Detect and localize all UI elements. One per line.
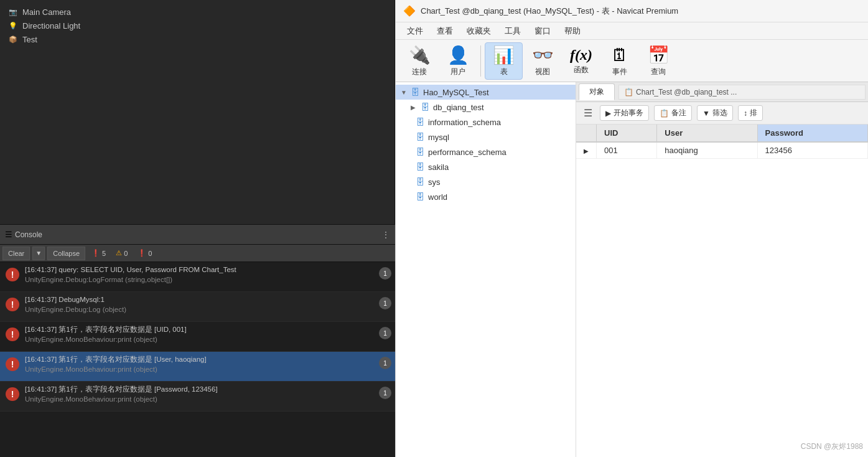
transaction-icon: ▶ — [605, 109, 611, 118]
function-label: 函数 — [574, 65, 589, 75]
hierarchy-item-light[interactable]: 💡 Directional Light — [0, 19, 394, 32]
navicat-sidebar: ▼ 🗄 Hao_MySQL_Test ▶ 🗄 db_qiang_test 🗄 i… — [396, 82, 576, 457]
db-icon-mysql: 🗄 — [416, 132, 424, 142]
tool-connect[interactable]: 🔌 连接 — [401, 42, 438, 80]
object-toolbar: ☰ ▶ 开始事务 📋 备注 ▼ 筛选 ↕ 排 — [576, 102, 868, 125]
event-icon: 🗓 — [611, 45, 628, 65]
msg-line2-3: UnityEngine.MonoBehaviour:print (object) — [25, 364, 379, 374]
msg-line1-2: [16:41:37] 第1行，表字段名对应数据是 [UID, 001] — [25, 324, 379, 334]
navicat-toolbar: 🔌 连接 👤 用户 📊 表 👓 视图 f(x) 函数 🗓 事件 📅 — [396, 40, 868, 82]
clear-button[interactable]: Clear — [2, 247, 30, 260]
start-transaction-button[interactable]: ▶ 开始事务 — [600, 105, 649, 121]
transaction-label: 开始事务 — [614, 108, 643, 118]
tool-event[interactable]: 🗓 事件 — [601, 42, 638, 80]
msg-count-2: 1 — [379, 327, 391, 339]
col-user-header[interactable]: User — [657, 125, 757, 142]
console-msg-3[interactable]: ! [16:41:37] 第1行，表字段名对应数据是 [User, haoqia… — [0, 352, 395, 382]
tree-item-mysql[interactable]: 🗄 mysql — [396, 130, 576, 144]
console-msg-2[interactable]: ! [16:41:37] 第1行，表字段名对应数据是 [UID, 001] Un… — [0, 322, 395, 352]
tree-item-world[interactable]: 🗄 world — [396, 189, 576, 204]
cell-user[interactable]: haoqiang — [657, 142, 757, 159]
hierarchy-item-camera-label: Main Camera — [22, 7, 71, 17]
msg-count-1: 1 — [379, 297, 391, 309]
console-title: Console — [15, 230, 42, 239]
camera-icon: 📷 — [7, 6, 19, 17]
hierarchy-item-test[interactable]: 📦 Test — [0, 32, 394, 46]
menu-tools[interactable]: 工具 — [498, 24, 527, 38]
tree-arrow-dbqiang: ▶ — [411, 104, 421, 111]
warning-icon: ⚠ — [116, 249, 122, 257]
backup-label: 备注 — [671, 108, 686, 118]
tool-table[interactable]: 📊 表 — [485, 42, 523, 80]
msg-error-icon-0: ! — [4, 266, 21, 283]
menu-view[interactable]: 查看 — [431, 24, 459, 38]
tree-label-infoschema: information_schema — [428, 118, 501, 127]
row-indicator-icon: ▶ — [584, 148, 589, 154]
tree-label-perfschema: performance_schema — [428, 148, 506, 157]
filter-icon: ▼ — [702, 109, 710, 118]
db-icon-sakila: 🗄 — [416, 162, 424, 172]
unity-hierarchy: 📷 Main Camera 💡 Directional Light 📦 Test — [0, 0, 395, 224]
cell-uid[interactable]: 001 — [597, 142, 657, 159]
navicat-menubar: 文件 查看 收藏夹 工具 窗口 帮助 — [396, 22, 868, 40]
msg-line2-1: UnityEngine.Debug:Log (object) — [25, 304, 379, 314]
tree-item-perf-schema[interactable]: 🗄 performance_schema — [396, 144, 576, 159]
tree-item-hao-mysql[interactable]: ▼ 🗄 Hao_MySQL_Test — [396, 85, 576, 100]
console-msg-0[interactable]: ! [16:41:37] query: SELECT UID, User, Pa… — [0, 262, 395, 292]
db-icon-sys: 🗄 — [416, 177, 424, 187]
cell-password[interactable]: 123456 — [757, 142, 867, 159]
filter-label: 筛选 — [712, 108, 727, 118]
tool-view[interactable]: 👓 视图 — [524, 42, 561, 80]
col-password-header[interactable]: Password — [757, 125, 867, 142]
tree-item-db-qiang[interactable]: ▶ 🗄 db_qiang_test — [396, 100, 576, 115]
tree-item-sakila[interactable]: 🗄 sakila — [396, 159, 576, 174]
tool-user[interactable]: 👤 用户 — [439, 42, 477, 80]
hamburger-icon[interactable]: ☰ — [581, 106, 595, 120]
backup-button[interactable]: 📋 备注 — [654, 105, 692, 121]
console-msg-4[interactable]: ! [16:41:37] 第1行，表字段名对应数据是 [Password, 12… — [0, 382, 395, 412]
menu-file[interactable]: 文件 — [401, 24, 429, 38]
filter-button[interactable]: ▼ 筛选 — [697, 105, 733, 121]
clear-dropdown-button[interactable]: ▼ — [32, 247, 45, 260]
tree-label-hao: Hao_MySQL_Test — [423, 88, 489, 97]
menu-help[interactable]: 帮助 — [558, 24, 587, 38]
info-count: 0 — [148, 250, 152, 257]
hierarchy-item-camera[interactable]: 📷 Main Camera — [0, 5, 394, 19]
table-row[interactable]: ▶ 001 haoqiang 123456 — [576, 142, 868, 159]
warning-count-badge: ⚠ 0 — [112, 249, 131, 257]
user-icon: 👤 — [447, 45, 469, 65]
warning-count: 0 — [124, 250, 128, 257]
tree-arrow-hao: ▼ — [401, 89, 411, 96]
msg-error-icon-2: ! — [4, 326, 21, 343]
watermark-text: CSDN @灰烬1988 — [801, 442, 863, 451]
tab-chart-test[interactable]: 📋 Chart_Test @db_qiang_test ... — [618, 85, 866, 100]
sort-icon: ↕ — [744, 109, 747, 118]
console-msg-1[interactable]: ! [16:41:37] DebugMysql:1 UnityEngine.De… — [0, 292, 395, 322]
tab-object[interactable]: 对象 — [579, 83, 615, 100]
tree-item-sys[interactable]: 🗄 sys — [396, 174, 576, 189]
console-messages: ! [16:41:37] query: SELECT UID, User, Pa… — [0, 262, 395, 457]
tree-item-info-schema[interactable]: 🗄 information_schema — [396, 115, 576, 130]
col-uid-header[interactable]: UID — [597, 125, 657, 142]
msg-error-icon-4: ! — [4, 385, 21, 403]
view-label: 视图 — [535, 67, 550, 77]
menu-window[interactable]: 窗口 — [528, 24, 557, 38]
test-icon: 📦 — [7, 34, 19, 45]
event-label: 事件 — [612, 67, 627, 77]
unity-console: ☰ Console ⋮ Clear ▼ Collapse ❗ 5 ⚠ 0 ❗ 0 — [0, 224, 395, 457]
connect-label: 连接 — [412, 67, 427, 77]
tool-query[interactable]: 📅 查询 — [640, 42, 677, 80]
navicat-body: ▼ 🗄 Hao_MySQL_Test ▶ 🗄 db_qiang_test 🗄 i… — [396, 82, 868, 457]
tree-label-sakila: sakila — [428, 163, 449, 172]
msg-count-3: 1 — [379, 357, 391, 369]
sort-label: 排 — [750, 108, 757, 118]
collapse-button[interactable]: Collapse — [47, 247, 85, 260]
tool-function[interactable]: f(x) 函数 — [562, 42, 600, 80]
console-menu-icon[interactable]: ⋮ — [381, 230, 390, 240]
msg-line2-0: UnityEngine.Debug:LogFormat (string,obje… — [25, 275, 379, 285]
db-icon-dbqiang: 🗄 — [421, 102, 429, 112]
sort-button[interactable]: ↕ 排 — [738, 105, 763, 121]
menu-favorites[interactable]: 收藏夹 — [460, 24, 497, 38]
msg-count-4: 1 — [379, 387, 391, 399]
row-arrow-cell: ▶ — [576, 142, 597, 159]
